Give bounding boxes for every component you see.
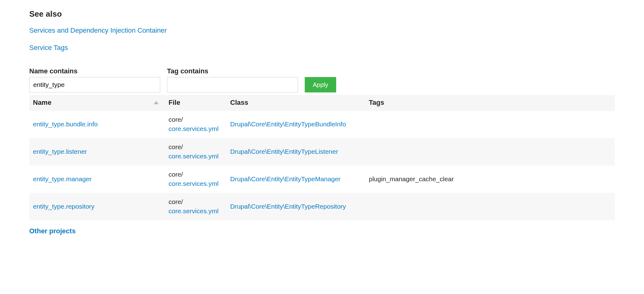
- other-projects-link[interactable]: Other projects: [29, 227, 75, 235]
- filter-tag-group: Tag contains: [167, 67, 298, 92]
- tags-cell: [365, 193, 615, 220]
- tags-cell: [365, 138, 615, 165]
- column-header-tags[interactable]: Tags: [365, 95, 615, 111]
- file-dir: core/: [169, 143, 183, 150]
- class-link[interactable]: Drupal\Core\Entity\EntityTypeRepository: [230, 203, 346, 210]
- see-also-heading: See also: [29, 9, 615, 19]
- file-link[interactable]: core.services.yml: [169, 180, 218, 187]
- name-contains-input[interactable]: [29, 77, 160, 92]
- filter-name-group: Name contains: [29, 67, 160, 92]
- column-header-name-label: Name: [33, 99, 51, 106]
- class-link[interactable]: Drupal\Core\Entity\EntityTypeListener: [230, 148, 338, 155]
- table-body: entity_type.bundle.info core/ core.servi…: [29, 111, 615, 220]
- column-header-class[interactable]: Class: [226, 95, 365, 111]
- class-link[interactable]: Drupal\Core\Entity\EntityTypeBundleInfo: [230, 120, 346, 128]
- column-header-name[interactable]: Name: [29, 95, 165, 111]
- table-row: entity_type.manager core/ core.services.…: [29, 165, 615, 193]
- tag-contains-label: Tag contains: [167, 67, 298, 75]
- table-row: entity_type.listener core/ core.services…: [29, 138, 615, 165]
- file-dir: core/: [169, 116, 183, 123]
- service-name-link[interactable]: entity_type.manager: [33, 175, 92, 182]
- service-name-link[interactable]: entity_type.bundle.info: [33, 120, 98, 128]
- see-also-link-tags[interactable]: Service Tags: [29, 44, 615, 52]
- name-contains-label: Name contains: [29, 67, 160, 75]
- service-name-link[interactable]: entity_type.listener: [33, 148, 87, 155]
- apply-button[interactable]: Apply: [305, 77, 336, 92]
- table-row: entity_type.bundle.info core/ core.servi…: [29, 111, 615, 138]
- file-link[interactable]: core.services.yml: [169, 207, 218, 214]
- table-header-row: Name File Class Tags: [29, 95, 615, 111]
- file-link[interactable]: core.services.yml: [169, 153, 218, 160]
- services-table: Name File Class Tags entity_type.bundle.…: [29, 95, 615, 220]
- service-name-link[interactable]: entity_type.repository: [33, 203, 95, 210]
- tags-cell: [365, 111, 615, 138]
- class-link[interactable]: Drupal\Core\Entity\EntityTypeManager: [230, 175, 340, 182]
- sort-asc-icon: [154, 101, 159, 104]
- see-also-link-services[interactable]: Services and Dependency Injection Contai…: [29, 27, 615, 35]
- file-dir: core/: [169, 171, 183, 178]
- tag-contains-input[interactable]: [167, 77, 298, 92]
- tags-cell: plugin_manager_cache_clear: [365, 165, 615, 193]
- file-dir: core/: [169, 198, 183, 205]
- other-projects-section: Other projects: [29, 227, 615, 235]
- table-row: entity_type.repository core/ core.servic…: [29, 193, 615, 220]
- file-link[interactable]: core.services.yml: [169, 125, 218, 132]
- filter-bar: Name contains Tag contains Apply: [29, 67, 615, 92]
- column-header-file[interactable]: File: [165, 95, 226, 111]
- see-also-links: Services and Dependency Injection Contai…: [29, 27, 615, 52]
